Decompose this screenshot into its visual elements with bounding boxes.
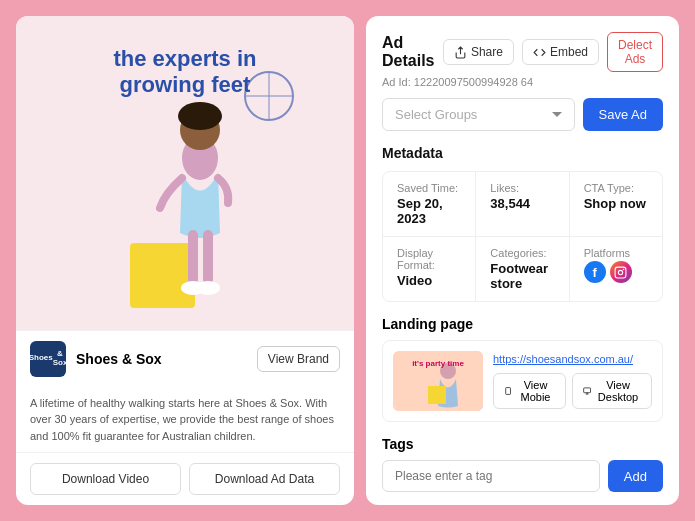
- tags-input[interactable]: [382, 460, 600, 492]
- landing-section: Landing page it's party time https://sho…: [382, 316, 663, 422]
- cta-label: CTA Type:: [584, 182, 648, 194]
- svg-rect-13: [428, 386, 446, 404]
- ad-details-header: Ad Details Share Embed Delect Ads: [382, 32, 663, 72]
- display-format-value: Video: [397, 273, 461, 288]
- ad-headline: the experts in growing feet: [113, 46, 256, 99]
- chevron-down-icon: [552, 112, 562, 117]
- brand-bar: Shoes & Sox Shoes & Sox View Brand: [16, 330, 354, 387]
- landing-info: https://shoesandsox.com.au/ View Mobie: [493, 353, 652, 409]
- likes-label: Likes:: [490, 182, 554, 194]
- svg-rect-8: [615, 267, 626, 278]
- left-panel: the experts in growing feet: [16, 16, 354, 505]
- metadata-row-2: Display Format: Video Categories: Footwe…: [383, 237, 662, 301]
- view-desktop-button[interactable]: View Desktop: [572, 373, 652, 409]
- instagram-icon: [610, 261, 632, 283]
- view-mobile-button[interactable]: View Mobie: [493, 373, 566, 409]
- svg-point-3: [178, 102, 222, 130]
- globe-icon: [244, 71, 294, 121]
- share-button[interactable]: Share: [443, 39, 514, 65]
- landing-buttons: View Mobie View Desktop: [493, 373, 652, 409]
- metadata-row-1: Saved Time: Sep 20, 2023 Likes: 38,544 C…: [383, 172, 662, 237]
- tags-section: Tags Add: [382, 436, 663, 492]
- mobile-icon: [504, 385, 512, 397]
- facebook-icon: f: [584, 261, 606, 283]
- select-save-row: Select Groups Save Ad: [382, 98, 663, 131]
- right-panel: Ad Details Share Embed Delect Ads Ad Id:…: [366, 16, 679, 505]
- cta-value: Shop now: [584, 196, 648, 211]
- ad-id: Ad Id: 12220097500994928 64: [382, 76, 663, 88]
- save-ad-button[interactable]: Save Ad: [583, 98, 663, 131]
- display-format-label: Display Format:: [397, 247, 461, 271]
- categories-label: Categories:: [490, 247, 554, 259]
- saved-time-cell: Saved Time: Sep 20, 2023: [383, 172, 476, 236]
- comments-title: Comments: [382, 502, 663, 505]
- saved-time-value: Sep 20, 2023: [397, 196, 461, 226]
- svg-rect-16: [584, 388, 591, 393]
- brand-name: Shoes & Sox: [76, 351, 247, 367]
- likes-value: 38,544: [490, 196, 554, 211]
- ad-details-title: Ad Details: [382, 34, 443, 70]
- landing-thumbnail: it's party time: [393, 351, 483, 411]
- brand-logo: Shoes & Sox: [30, 341, 66, 377]
- landing-thumb-text: it's party time: [393, 359, 483, 368]
- tags-title: Tags: [382, 436, 663, 452]
- share-icon: [454, 46, 467, 59]
- add-tag-button[interactable]: Add: [608, 460, 663, 492]
- saved-time-label: Saved Time:: [397, 182, 461, 194]
- svg-rect-14: [506, 388, 511, 395]
- child-figure: [100, 78, 270, 318]
- header-actions: Share Embed Delect Ads: [443, 32, 663, 72]
- download-video-button[interactable]: Download Video: [30, 463, 181, 495]
- tags-row: Add: [382, 460, 663, 492]
- svg-point-9: [618, 270, 622, 274]
- categories-value: Footwear store: [490, 261, 554, 291]
- svg-rect-5: [203, 230, 213, 285]
- platforms-cell: Platforms f: [570, 237, 662, 301]
- svg-point-7: [196, 281, 220, 295]
- display-format-cell: Display Format: Video: [383, 237, 476, 301]
- action-buttons: Download Video Download Ad Data: [16, 452, 354, 505]
- svg-point-10: [623, 268, 625, 270]
- brand-description: A lifetime of healthy walking starts her…: [16, 387, 354, 453]
- platforms-label: Platforms: [584, 247, 648, 259]
- download-data-button[interactable]: Download Ad Data: [189, 463, 340, 495]
- select-groups-dropdown[interactable]: Select Groups: [382, 98, 575, 131]
- view-brand-button[interactable]: View Brand: [257, 346, 340, 372]
- deselect-button[interactable]: Delect Ads: [607, 32, 663, 72]
- ad-image-area: the experts in growing feet: [16, 16, 354, 330]
- embed-icon: [533, 46, 546, 59]
- svg-rect-4: [188, 230, 198, 285]
- platform-icons: f: [584, 261, 648, 283]
- metadata-grid: Saved Time: Sep 20, 2023 Likes: 38,544 C…: [382, 171, 663, 302]
- landing-card: it's party time https://shoesandsox.com.…: [382, 340, 663, 422]
- svg-rect-0: [130, 243, 195, 308]
- metadata-title: Metadata: [382, 145, 663, 161]
- cta-cell: CTA Type: Shop now: [570, 172, 662, 236]
- landing-title: Landing page: [382, 316, 663, 332]
- embed-button[interactable]: Embed: [522, 39, 599, 65]
- likes-cell: Likes: 38,544: [476, 172, 569, 236]
- categories-cell: Categories: Footwear store: [476, 237, 569, 301]
- landing-url[interactable]: https://shoesandsox.com.au/: [493, 353, 652, 365]
- desktop-icon: [583, 385, 591, 397]
